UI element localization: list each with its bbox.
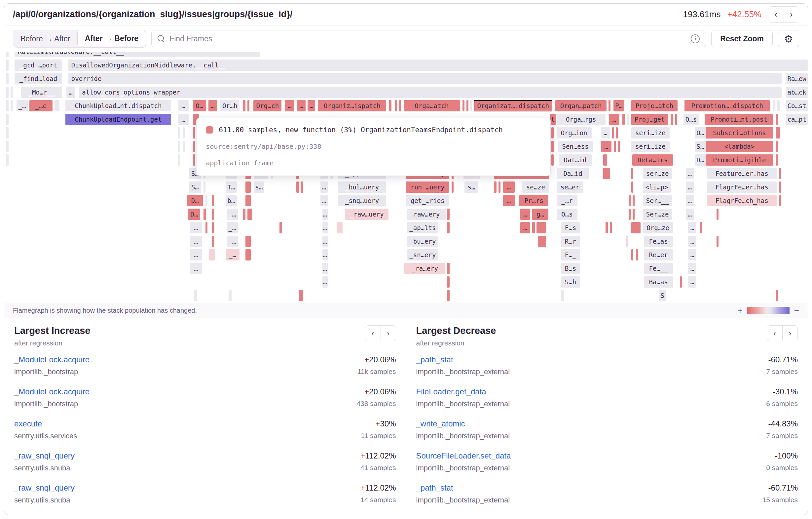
flame-frame[interactable] [536,222,546,234]
flame-frame[interactable] [532,222,535,234]
flame-frame[interactable]: g… [532,209,548,220]
flame-frame[interactable]: get_…ries [406,195,449,206]
flame-frame[interactable]: O…s [684,114,698,125]
function-link[interactable]: _ModuleLock.acquire [14,355,89,364]
flame-frame[interactable]: _… [227,236,238,247]
flame-frame[interactable]: S… [695,141,706,152]
flame-frame[interactable]: Ser…__ [643,195,672,206]
flame-frame[interactable]: _find…load [14,73,62,84]
flame-frame[interactable]: _ra…ery [404,263,445,274]
flame-frame[interactable]: … [322,276,328,288]
flame-frame[interactable] [612,127,614,138]
increase-prev-button[interactable]: ‹ [366,326,381,341]
function-link[interactable]: _ModuleLock.acquire [14,387,89,397]
flame-frame[interactable]: … [688,222,696,234]
flame-frame[interactable]: RateLimitMiddleware.__call__ [14,52,260,57]
flame-frame[interactable] [551,141,554,152]
flame-frame[interactable] [671,114,673,125]
flame-frame[interactable]: _… [17,100,27,111]
flame-frame[interactable]: Org…ze [643,222,673,234]
flame-frame[interactable] [626,236,628,247]
flame-frame[interactable] [193,127,195,138]
flame-frame[interactable]: … [190,236,202,247]
flame-frame[interactable]: FlagrFe…er.has [707,182,777,193]
flame-frame[interactable] [6,114,8,125]
flame-frame[interactable] [296,182,299,193]
flame-frame[interactable]: … [308,100,315,111]
flame-frame[interactable] [773,100,775,111]
flame-frame[interactable] [299,290,303,301]
flame-frame[interactable]: s… [254,182,264,193]
flame-frame[interactable]: F…_ [561,249,580,261]
flame-frame[interactable]: … [320,182,327,193]
flame-frame[interactable]: DisallowedOrganizationMiddleware.__call_… [68,59,808,71]
flame-frame[interactable] [700,222,702,234]
increase-next-button[interactable]: › [381,326,396,341]
flame-frame[interactable] [633,209,635,220]
flame-frame[interactable]: S…h [561,276,580,288]
flame-frame[interactable] [680,276,682,288]
flame-frame[interactable]: Co…st [786,100,808,111]
flame-frame[interactable]: allow_cors_options_wrapper [79,87,782,98]
flame-frame[interactable]: Fe…__ [644,263,673,274]
flame-frame[interactable] [389,100,392,111]
flame-frame[interactable] [243,209,245,220]
flame-frame[interactable] [614,141,616,152]
flame-frame[interactable] [6,154,8,166]
flame-frame[interactable]: Ra…ew [786,73,808,84]
flame-frame[interactable]: R…r [561,236,580,247]
flame-frame[interactable]: Org…ion [557,127,592,138]
flame-frame[interactable]: … [285,100,294,111]
flame-frame[interactable] [470,100,472,111]
flame-frame[interactable]: Pr…rs [519,195,548,206]
flame-frame[interactable] [205,195,207,206]
flame-frame[interactable] [779,182,781,193]
flame-frame[interactable]: … [190,249,202,261]
function-link[interactable]: _raw_snql_query [14,451,75,461]
flame-frame[interactable]: t [550,114,556,125]
function-link[interactable]: _write_atomic [416,419,510,429]
decrease-prev-button[interactable]: ‹ [767,326,782,341]
flame-frame[interactable] [466,100,468,111]
flame-frame[interactable]: … [686,182,694,193]
flame-frame[interactable]: Ba…as [644,276,673,288]
flame-frame[interactable]: … [322,209,328,220]
flame-frame[interactable]: … [609,114,619,125]
flame-frame[interactable]: <li…p> [643,182,671,193]
flame-frame[interactable] [779,195,781,206]
flame-frame[interactable] [561,290,564,301]
flame-frame[interactable] [6,100,8,111]
flame-frame[interactable]: Re…er [644,249,673,261]
flame-frame[interactable] [447,290,450,301]
flame-frame[interactable] [776,114,778,125]
flame-frame[interactable] [178,141,180,152]
find-frames-search[interactable]: i [151,30,706,47]
flame-frame[interactable] [447,222,450,234]
flame-frame[interactable] [194,290,197,301]
flame-frame[interactable] [551,127,554,138]
flame-frame[interactable]: … [503,182,515,193]
flame-frame[interactable]: … [686,195,694,206]
flame-frame[interactable]: B…s [561,263,580,274]
flame-frame[interactable] [6,141,8,152]
flame-frame[interactable] [395,100,397,111]
flame-frame[interactable] [10,87,13,98]
flame-frame[interactable]: ab…ck [786,87,808,98]
flame-frame[interactable] [6,59,8,71]
flame-frame[interactable] [447,263,450,274]
flame-frame[interactable]: … [688,236,696,247]
flame-frame[interactable] [776,141,778,152]
flame-frame[interactable]: _bul…uery [338,182,386,193]
function-link[interactable]: _path_stat [416,355,510,364]
flame-frame[interactable]: _sn…ery [407,249,438,261]
flame-frame[interactable] [776,154,778,166]
flame-frame[interactable]: <lambda> [706,141,773,152]
flame-frame[interactable]: se…ze [522,182,549,193]
flame-frame[interactable]: P… [613,100,624,111]
flame-frame[interactable]: _…r [557,195,578,206]
flame-frame[interactable] [280,222,282,234]
flame-frame[interactable] [243,100,245,111]
flame-frame[interactable]: Proj…get [631,114,668,125]
flame-frame[interactable] [337,222,343,234]
flame-frame[interactable] [248,209,252,220]
